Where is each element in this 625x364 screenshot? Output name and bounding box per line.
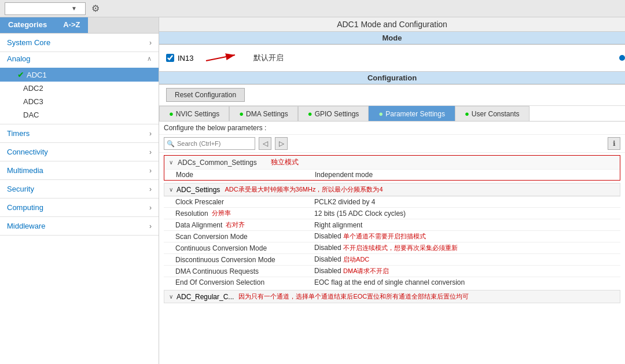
search-row: 🔍 ◁ ▷ ℹ (159, 135, 625, 153)
sidebar: Categories A->Z System Core › Analog ∧ ✔ (0, 17, 159, 364)
continuous-annotation: 不开启连续模式，想要再次采集必须重新 (343, 244, 458, 251)
main-layout: Categories A->Z System Core › Analog ∧ ✔ (0, 17, 625, 364)
param-name-eoc: End Of Conversion Selection (175, 278, 314, 286)
top-bar: ▼ ⚙ (0, 0, 625, 17)
sidebar-item-multimedia[interactable]: Multimedia › (0, 161, 159, 179)
sidebar-section-computing: Computing › (0, 198, 159, 217)
search-input[interactable] (8, 5, 71, 13)
tab-param[interactable]: ● Parameter Settings (369, 106, 455, 121)
content-area: ADC1 Mode and Configuration Mode IN13 (159, 17, 625, 364)
sidebar-item-adc1[interactable]: ✔ ADC1 (0, 68, 159, 82)
sidebar-item-adc2[interactable]: ADC2 (0, 82, 159, 95)
dma-annotation: DMA请求不开启 (343, 267, 389, 274)
tab-gpio[interactable]: ● GPIO Settings (298, 106, 369, 121)
param-name-discontinuous: Discontinuous Conversion Mode (175, 256, 314, 264)
dropdown-arrow-icon[interactable]: ▼ (71, 5, 77, 12)
sidebar-item-system-core[interactable]: System Core › (0, 34, 159, 52)
sidebar-item-middleware[interactable]: Middleware › (0, 217, 159, 235)
sidebar-item-timers[interactable]: Timers › (0, 124, 159, 142)
param-name-alignment: Data Alignment 右对齐 (175, 220, 314, 229)
config-header: Configuration (159, 72, 625, 84)
adcs-common-group: ∨ ADCs_Common_Settings 独立模式 Mode Indepen… (164, 155, 620, 181)
adc-settings-outer: ∨ ADC_Settings ADC承受最大时钟频率为36MHz，所以最小分频系… (164, 183, 620, 288)
in13-checkbox[interactable] (166, 54, 174, 62)
adc-settings-name: ADC_Settings (177, 186, 220, 194)
param-name-clock: Clock Prescaler (175, 198, 314, 206)
sidebar-section-middleware: Middleware › (0, 217, 159, 236)
mode-section: Mode IN13 默认开启 (159, 32, 625, 72)
sidebar-item-computing[interactable]: Computing › (0, 198, 159, 216)
adc-regular-group: ∨ ADC_Regular_C... 因为只有一个通道，选择单个通道结束后EOC… (164, 290, 620, 303)
config-tabs: ● NVIC Settings ● DMA Settings ● GPIO Se… (159, 106, 625, 122)
blue-dot (619, 55, 625, 61)
resolution-annotation: 分辨率 (212, 209, 231, 218)
param-name-scan: Scan Conversion Mode (175, 233, 314, 241)
param-search-input[interactable] (177, 140, 252, 147)
param-value-dma: Disabled DMA请求不开启 (314, 267, 616, 275)
tab-categories[interactable]: Categories (0, 17, 55, 33)
tab-user[interactable]: ● User Constants (455, 106, 530, 121)
param-row-mode: Mode Independent mode (164, 169, 620, 180)
sidebar-item-connectivity[interactable]: Connectivity › (0, 143, 159, 161)
expand-arrow-icon: ∧ (147, 55, 152, 62)
check-icon: ✔ (17, 70, 24, 79)
gear-icon[interactable]: ⚙ (89, 2, 102, 15)
nav-next-btn[interactable]: ▷ (275, 137, 288, 150)
param-value-discontinuous: Disabled 启动ADC (314, 255, 616, 264)
param-row-eoc: End Of Conversion Selection EOC flag at … (164, 277, 620, 288)
tab-check-icon-gpio: ● (308, 109, 312, 118)
chevron-right-icon-timers: › (149, 130, 152, 138)
param-table: ∨ ADCs_Common_Settings 独立模式 Mode Indepen… (159, 153, 625, 364)
sidebar-section-system-core: System Core › (0, 34, 159, 52)
in13-label: IN13 (178, 54, 193, 62)
info-btn[interactable]: ℹ (608, 137, 620, 150)
param-row-clock: Clock Prescaler PCLK2 divided by 4 (164, 196, 620, 207)
sidebar-item-dac[interactable]: DAC (0, 108, 159, 122)
param-row-resolution: Resolution 分辨率 12 bits (15 ADC Clock cyc… (164, 207, 620, 219)
tab-check-icon-param: ● (378, 109, 383, 118)
chevron-right-icon: › (149, 39, 152, 47)
chevron-right-icon-security: › (149, 185, 152, 193)
tab-az[interactable]: A->Z (55, 17, 88, 33)
adcs-common-header: ∨ ADCs_Common_Settings 独立模式 (164, 156, 620, 169)
chevron-adc-regular: ∨ (169, 293, 173, 300)
search-icon-sm: 🔍 (167, 140, 175, 148)
sidebar-item-analog[interactable]: Analog ∧ (0, 52, 159, 65)
tab-nvic[interactable]: ● NVIC Settings (159, 106, 229, 121)
chevron-right-icon-multimedia: › (149, 167, 152, 175)
sidebar-item-adc3[interactable]: ADC3 (0, 95, 159, 108)
sidebar-section-timers: Timers › (0, 124, 159, 143)
reset-btn-row: Reset Configuration (159, 84, 625, 106)
param-value-clock: PCLK2 divided by 4 (314, 198, 616, 206)
reset-config-button[interactable]: Reset Configuration (166, 88, 245, 102)
param-row-discontinuous: Discontinuous Conversion Mode Disabled 启… (164, 253, 620, 265)
params-label: Configure the below parameters : (159, 122, 625, 135)
adc-regular-annotation: 因为只有一个通道，选择单个通道结束后EOC置位和所有通道全部结束后置位均可 (238, 292, 469, 301)
param-row-dma: DMA Continuous Requests Disabled DMA请求不开… (164, 265, 620, 277)
content-title: ADC1 Mode and Configuration (159, 17, 625, 32)
chevron-adc-settings: ∨ (169, 186, 173, 193)
red-arrow-annotation (200, 49, 247, 67)
param-value-scan: Disabled 单个通道不需要开启扫描模式 (314, 232, 616, 241)
scan-annotation: 单个通道不需要开启扫描模式 (343, 233, 426, 240)
param-name-resolution: Resolution 分辨率 (175, 209, 314, 218)
param-name-mode: Mode (176, 171, 315, 179)
in13-checkbox-label[interactable]: IN13 (166, 54, 193, 62)
nav-prev-btn[interactable]: ◁ (259, 137, 271, 150)
param-value-resolution: 12 bits (15 ADC Clock cycles) (314, 209, 616, 218)
sidebar-tabs: Categories A->Z (0, 17, 159, 34)
alignment-annotation: 右对齐 (226, 220, 245, 229)
param-search-box: 🔍 (164, 137, 255, 150)
param-name-dma: DMA Continuous Requests (175, 267, 314, 275)
chevron-right-icon-connectivity: › (149, 148, 152, 156)
adcs-common-name: ADCs_Common_Settings (178, 159, 257, 167)
param-row-alignment: Data Alignment 右对齐 Right alignment (164, 219, 620, 230)
sidebar-item-security[interactable]: Security › (0, 180, 159, 198)
search-box: ▼ (5, 2, 86, 15)
param-value-eoc: EOC flag at the end of single channel co… (314, 278, 616, 286)
chevron-right-icon-computing: › (149, 204, 152, 212)
param-row-continuous: Continuous Conversion Mode Disabled 不开启连… (164, 242, 620, 253)
tab-check-icon-user: ● (465, 109, 469, 118)
tab-dma[interactable]: ● DMA Settings (229, 106, 298, 121)
adcs-common-annotation: 独立模式 (271, 157, 299, 167)
